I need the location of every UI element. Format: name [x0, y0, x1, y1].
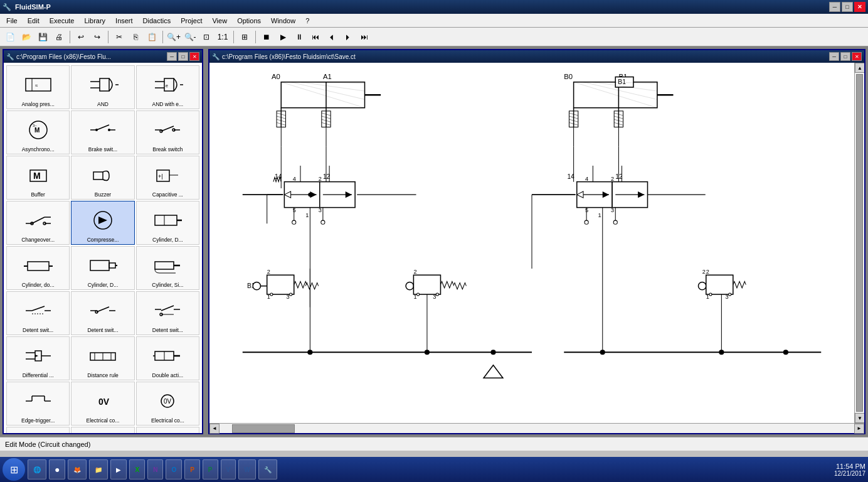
- svg-rect-137: [267, 275, 294, 294]
- taskbar-word[interactable]: W: [238, 459, 255, 479]
- lib-item-electrical-co[interactable]: 0V Electrical co...: [71, 382, 134, 426]
- menu-view[interactable]: View: [207, 14, 232, 27]
- lib-item-brake-switch[interactable]: Brake swit...: [71, 110, 134, 154]
- menu-window[interactable]: Window: [266, 14, 300, 27]
- vertical-scrollbar[interactable]: ▲ ▼: [854, 63, 864, 423]
- schematic-canvas[interactable]: A0 A1 14 12: [209, 63, 854, 423]
- lib-item-and-with-e[interactable]: e AND with e...: [136, 65, 199, 109]
- library-minimize[interactable]: ─: [167, 52, 177, 61]
- horiz-thumb[interactable]: [232, 424, 295, 433]
- lib-item-electrical-co2[interactable]: 0V Electrical co...: [136, 382, 199, 426]
- lib-item-electrical-co3[interactable]: +24V Electrical co...: [6, 427, 70, 433]
- lib-item-capacitive[interactable]: +| Capacitive ...: [136, 156, 199, 200]
- print-button[interactable]: 🖨: [51, 29, 66, 45]
- lib-item-cylinder-d2[interactable]: Cylinder, D...: [71, 246, 134, 290]
- stop-button[interactable]: ⏹: [259, 29, 274, 45]
- menu-library[interactable]: Library: [79, 14, 110, 27]
- paste-button[interactable]: 📋: [144, 29, 159, 45]
- taskbar-visio[interactable]: V: [221, 459, 236, 479]
- menu-edit[interactable]: Edit: [23, 14, 45, 27]
- chrome-icon: ●: [55, 464, 60, 474]
- zoom-out-button[interactable]: 🔍-: [183, 29, 198, 45]
- lib-item-detent-swit3[interactable]: Detent swit...: [136, 291, 199, 335]
- lib-item-ellipse[interactable]: Ellipse: [136, 427, 199, 433]
- svg-line-52: [32, 306, 45, 311]
- maximize-button[interactable]: □: [842, 2, 853, 12]
- redo-button[interactable]: ↪: [90, 29, 105, 45]
- lib-item-cylinder-si[interactable]: Cylinder, Si...: [136, 246, 199, 290]
- open-button[interactable]: 📂: [19, 29, 34, 45]
- lib-item-detent-swit2[interactable]: Detent swit...: [71, 291, 134, 335]
- horizontal-scrollbar[interactable]: ◄ ►: [209, 423, 864, 433]
- cut-button[interactable]: ✂: [112, 29, 127, 45]
- menu-project[interactable]: Project: [176, 14, 207, 27]
- menu-options[interactable]: Options: [232, 14, 266, 27]
- rewind-button[interactable]: ⏮: [308, 29, 323, 45]
- schematic-maximize[interactable]: □: [840, 52, 850, 61]
- clock-date: 12/21/2017: [834, 470, 865, 477]
- scroll-up-arrow[interactable]: ▲: [855, 63, 864, 73]
- menu-execute[interactable]: Execute: [45, 14, 80, 27]
- lib-item-buzzer[interactable]: Buzzer: [71, 156, 134, 200]
- lib-item-changeover[interactable]: Changeover...: [6, 201, 70, 245]
- svg-line-17: [97, 125, 109, 130]
- scroll-down-arrow[interactable]: ▼: [855, 413, 864, 423]
- step-fwd-button[interactable]: ⏵: [341, 29, 356, 45]
- step-back-button[interactable]: ⏴: [324, 29, 339, 45]
- start-button[interactable]: ⊞: [3, 458, 25, 481]
- new-button[interactable]: 📄: [3, 29, 18, 45]
- close-button[interactable]: ✕: [854, 2, 865, 12]
- taskbar-onenote[interactable]: N: [147, 459, 163, 479]
- scroll-thumb[interactable]: [856, 74, 863, 412]
- taskbar-fluidsim[interactable]: 🔧: [258, 459, 277, 479]
- menu-insert[interactable]: Insert: [110, 14, 138, 27]
- taskbar-ie[interactable]: 🌐: [28, 459, 46, 479]
- taskbar-excel[interactable]: X: [129, 459, 145, 479]
- taskbar-powerpoint[interactable]: P: [184, 459, 200, 479]
- lib-item-double-acti[interactable]: Double acti...: [136, 336, 199, 380]
- schematic-minimize[interactable]: ─: [829, 52, 839, 61]
- menu-didactics[interactable]: Didactics: [138, 14, 176, 27]
- library-scroll[interactable]: ≈ Analog pres... AND e AND with e... M3~…: [4, 63, 202, 433]
- pause-button[interactable]: ⏸: [292, 29, 307, 45]
- lib-item-distance-rule[interactable]: Distance rule: [71, 336, 134, 380]
- taskbar-firefox[interactable]: 🦊: [68, 459, 87, 479]
- taskbar-app5[interactable]: ▶: [110, 459, 127, 479]
- taskbar-chrome[interactable]: ●: [49, 459, 65, 479]
- scroll-left-arrow[interactable]: ◄: [209, 424, 220, 434]
- minimize-button[interactable]: ─: [829, 2, 840, 12]
- menu-file[interactable]: File: [1, 14, 23, 27]
- grid-button[interactable]: ⊞: [237, 29, 252, 45]
- scroll-right-arrow[interactable]: ►: [854, 424, 864, 434]
- lib-item-edge-trigger[interactable]: Edge-trigger...: [6, 382, 70, 426]
- menu-help[interactable]: ?: [300, 14, 314, 27]
- taskbar-explorer[interactable]: 📁: [89, 459, 108, 479]
- lib-item-cylinder-do[interactable]: Cylinder, do...: [6, 246, 70, 290]
- lib-item-analog-press[interactable]: ≈ Analog pres...: [6, 65, 70, 109]
- lib-item-electrical-co4[interactable]: +24V Electrical co...: [71, 427, 134, 433]
- taskbar-project[interactable]: P: [203, 459, 218, 479]
- zoom-in-button[interactable]: 🔍+: [166, 29, 181, 45]
- lib-item-differential[interactable]: Differential ...: [6, 336, 70, 380]
- zoom-fit-button[interactable]: ⊡: [199, 29, 214, 45]
- library-maximize[interactable]: □: [178, 52, 188, 61]
- copy-button[interactable]: ⎘: [128, 29, 143, 45]
- schematic-close[interactable]: ✕: [852, 52, 862, 61]
- lib-item-break-switch[interactable]: Break switch: [136, 110, 199, 154]
- lib-item-detent-swit[interactable]: Detent swit...: [6, 291, 70, 335]
- lib-item-buffer[interactable]: M Buffer: [6, 156, 70, 200]
- separator-5: [255, 31, 256, 43]
- undo-button[interactable]: ↩: [73, 29, 88, 45]
- lib-item-and[interactable]: AND: [71, 65, 134, 109]
- lib-item-compressor[interactable]: Compresse...: [71, 201, 134, 245]
- taskbar-outlook[interactable]: O: [166, 459, 182, 479]
- fast-fwd-button[interactable]: ⏭: [357, 29, 372, 45]
- play-button[interactable]: ▶: [275, 29, 290, 45]
- lib-item-asynchrono[interactable]: M3~ Asynchrono...: [6, 110, 70, 154]
- save-button[interactable]: 💾: [35, 29, 50, 45]
- zoom-reset-button[interactable]: 1:1: [215, 29, 230, 45]
- lib-item-cylinder-d[interactable]: Cylinder, D...: [136, 201, 199, 245]
- excel-icon: X: [135, 466, 139, 473]
- library-close[interactable]: ✕: [189, 52, 199, 61]
- svg-text:e: e: [166, 83, 168, 88]
